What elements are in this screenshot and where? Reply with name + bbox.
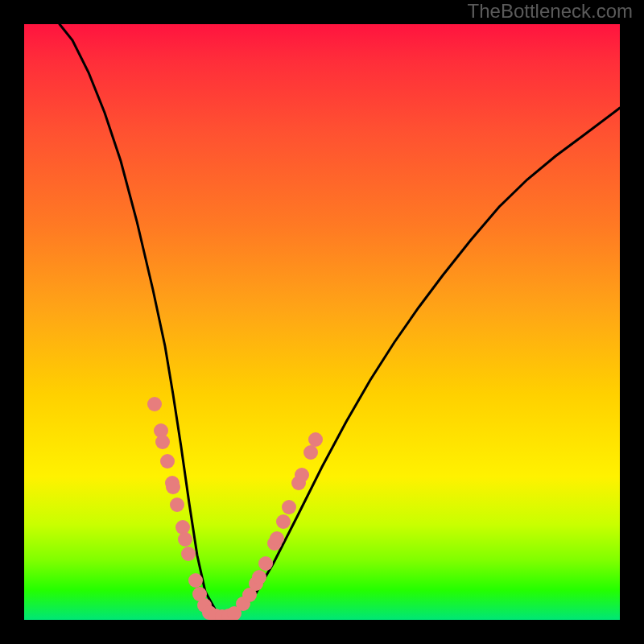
highlight-dot (160, 454, 175, 469)
highlight-dot (175, 520, 190, 535)
highlight-dot (155, 435, 170, 449)
highlight-dots (147, 397, 323, 620)
highlight-dot (252, 570, 266, 584)
highlight-dot (178, 532, 192, 547)
highlight-dot (166, 480, 180, 494)
highlight-dot (303, 445, 318, 460)
highlight-dot (295, 468, 309, 482)
plot-area (24, 24, 620, 620)
chart-frame: TheBottleneck.com (0, 0, 644, 644)
curve-svg (24, 24, 620, 620)
watermark-text: TheBottleneck.com (468, 0, 633, 23)
highlight-dot (181, 547, 196, 561)
highlight-dot (147, 397, 162, 411)
main-curve (60, 24, 620, 615)
highlight-dot (170, 497, 184, 512)
highlight-dot (308, 432, 323, 447)
highlight-dot (258, 556, 273, 571)
highlight-dot (188, 573, 203, 588)
highlight-dot (282, 500, 296, 514)
highlight-dot (276, 514, 291, 529)
highlight-dot (270, 531, 284, 546)
